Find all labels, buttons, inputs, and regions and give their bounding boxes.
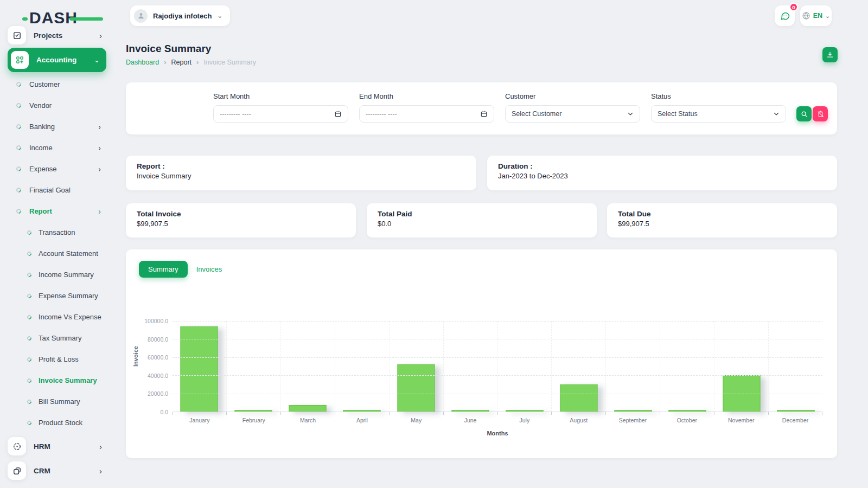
report-sub-list: TransactionAccount StatementIncome Summa…: [0, 222, 115, 433]
bullet-icon: [15, 144, 22, 151]
start-month-input[interactable]: --------- ----: [213, 105, 348, 123]
breadcrumb-current: Invoice Summary: [203, 59, 256, 66]
tab-summary[interactable]: Summary: [139, 261, 188, 278]
sidebar-item-expense-summary[interactable]: Expense Summary: [0, 285, 115, 306]
y-tick-label: 100000.0: [126, 318, 168, 324]
chevron-right-icon: ›: [98, 144, 101, 152]
sidebar-item-customer[interactable]: Customer: [0, 74, 115, 95]
bar-cell: [226, 321, 280, 412]
sidebar-item-tax-summary[interactable]: Tax Summary: [0, 328, 115, 349]
bar-july[interactable]: [506, 410, 543, 412]
y-tick-label: 60000.0: [126, 354, 168, 361]
customer-select[interactable]: Select Customer: [505, 105, 640, 123]
total-paid-card: Total Paid $0.0: [367, 203, 597, 237]
x-tick-label: May: [389, 417, 443, 423]
sidebar-item-label: Account Statement: [39, 249, 98, 258]
sidebar-item-transaction[interactable]: Transaction: [0, 222, 115, 243]
chart-y-labels: 100000.080000.060000.040000.020000.00.0: [126, 321, 168, 412]
bar-cell: [768, 321, 822, 412]
sidebar-item-label: Transaction: [39, 228, 75, 236]
chart-x-labels: JanuaryFebruaryMarchAprilMayJuneJulyAugu…: [173, 417, 822, 423]
sidebar-item-projects[interactable]: Projects ›: [8, 25, 107, 46]
bar-february[interactable]: [235, 410, 272, 412]
sidebar-item-label: Accounting: [36, 56, 94, 64]
search-button[interactable]: [796, 106, 812, 121]
x-tick-label: February: [227, 417, 281, 423]
projects-icon: [8, 26, 26, 44]
breadcrumb-dashboard[interactable]: Dashboard: [126, 59, 159, 66]
accounting-nav-list: CustomerVendorBanking›Income›Expense›Fin…: [0, 74, 115, 222]
sidebar-item-bill-summary[interactable]: Bill Summary: [0, 391, 115, 412]
bullet-icon: [26, 420, 32, 426]
bar-cell: [173, 321, 226, 412]
sidebar-item-label: Expense Summary: [39, 292, 98, 300]
sidebar-item-finacial-goal[interactable]: Finacial Goal: [0, 179, 115, 201]
sidebar-item-report[interactable]: Report›: [0, 201, 115, 222]
customer-label: Customer: [505, 92, 640, 100]
total-invoice-label: Total Invoice: [137, 210, 345, 218]
bullet-icon: [26, 251, 32, 256]
sidebar-item-accounting[interactable]: Accounting ⌄: [8, 48, 106, 72]
sidebar-item-income[interactable]: Income›: [0, 137, 115, 158]
chevron-right-icon: ›: [98, 207, 101, 216]
sidebar-item-vendor[interactable]: Vendor: [0, 95, 115, 116]
sidebar-item-label: Report: [29, 207, 98, 215]
sidebar-item-profit-loss[interactable]: Profit & Loss: [0, 349, 115, 370]
status-label: Status: [651, 92, 786, 100]
chart-tabs: Summary Invoices: [139, 261, 222, 278]
sidebar-item-hrm[interactable]: HRM ›: [8, 435, 107, 458]
bar-august[interactable]: [560, 384, 597, 412]
bullet-icon: [26, 399, 32, 404]
breadcrumb-report[interactable]: Report: [171, 59, 192, 66]
bar-october[interactable]: [668, 410, 706, 412]
logo-accent-right: [69, 17, 103, 21]
sidebar-item-account-statement[interactable]: Account Statement: [0, 243, 115, 264]
duration-info-card: Duration : Jan-2023 to Dec-2023: [487, 156, 837, 190]
end-month-input[interactable]: --------- ----: [359, 105, 494, 123]
status-field: Status Select Status: [651, 92, 786, 123]
logo-accent-left: [22, 17, 28, 21]
bar-may[interactable]: [398, 364, 435, 412]
sidebar-item-invoice-summary[interactable]: Invoice Summary: [0, 370, 115, 391]
sidebar-item-label: Profit & Loss: [39, 355, 79, 363]
tab-invoices[interactable]: Invoices: [196, 265, 222, 273]
bar-december[interactable]: [777, 410, 814, 412]
download-button[interactable]: [822, 47, 838, 62]
sidebar-item-income-summary[interactable]: Income Summary: [0, 264, 115, 285]
bullet-icon: [26, 293, 32, 299]
bar-april[interactable]: [343, 410, 381, 412]
sidebar-item-banking[interactable]: Banking›: [0, 116, 115, 137]
chart-bars: [173, 321, 822, 412]
status-selected-value: Select Status: [658, 110, 773, 118]
bar-cell: [497, 321, 552, 412]
sidebar-item-expense[interactable]: Expense›: [0, 158, 115, 179]
sidebar-item-label: Income Vs Expense: [39, 313, 101, 321]
end-month-label: End Month: [359, 92, 494, 100]
calendar-icon: [334, 110, 342, 118]
x-tick-label: December: [768, 417, 822, 423]
chevron-down-icon: ⌄: [94, 56, 100, 64]
total-invoice-card: Total Invoice $99,907.5: [126, 203, 356, 237]
y-tick-label: 20000.0: [126, 390, 168, 397]
reset-filter-button[interactable]: [813, 106, 828, 121]
bar-cell: [660, 321, 714, 412]
bar-september[interactable]: [614, 410, 652, 412]
bar-march[interactable]: [289, 405, 327, 412]
start-month-placeholder: --------- ----: [220, 110, 334, 118]
total-paid-value: $0.0: [378, 220, 586, 228]
duration-title: Duration :: [498, 162, 826, 170]
total-due-label: Total Due: [618, 210, 826, 218]
bullet-icon: [26, 272, 32, 278]
sidebar-item-label: Bill Summary: [39, 397, 80, 406]
status-select[interactable]: Select Status: [651, 105, 786, 123]
sidebar-item-crm[interactable]: CRM ›: [8, 459, 107, 482]
sidebar-item-income-vs-expense[interactable]: Income Vs Expense: [0, 306, 115, 328]
breadcrumb-separator-icon: ›: [164, 58, 166, 66]
bar-cell: [714, 321, 768, 412]
bullet-icon: [15, 102, 22, 109]
gridline: [173, 357, 822, 358]
chevron-right-icon: ›: [99, 466, 102, 476]
start-month-label: Start Month: [213, 92, 348, 100]
bar-june[interactable]: [452, 410, 489, 412]
sidebar-item-product-stock[interactable]: Product Stock: [0, 412, 115, 433]
